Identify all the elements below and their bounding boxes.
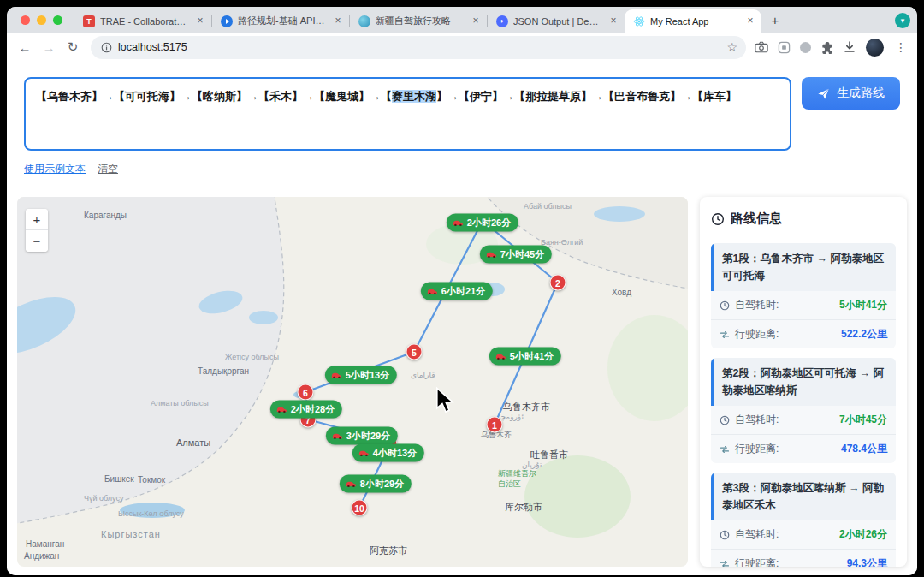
use-example-link[interactable]: 使用示例文本 xyxy=(24,162,86,176)
tab-search-chevron-button[interactable]: ▾ xyxy=(895,13,910,28)
links-row: 使用示例文本 清空 xyxy=(17,151,907,176)
duration-value: 7小时45分 xyxy=(839,413,887,427)
camera-icon[interactable] xyxy=(755,41,768,53)
close-tab-icon[interactable]: × xyxy=(332,15,344,27)
segment-distance-row: 行驶距离: 94.3公里 xyxy=(711,549,896,567)
clock-icon xyxy=(720,530,730,540)
duration-badge-label: 6小时21分 xyxy=(441,285,485,298)
main-row: Караганды Абай облысы Баян-Өлгий Ховд Же… xyxy=(17,197,907,567)
duration-badge: 7小时45分 xyxy=(480,246,552,264)
tab-label: JSON Output | DeepSeek API xyxy=(513,16,602,27)
car-icon xyxy=(453,219,464,227)
toolbar-actions: ⋮ xyxy=(755,39,909,57)
profile-avatar[interactable] xyxy=(866,39,884,57)
duration-badge: 2小时26分 xyxy=(447,214,518,232)
app-page: 【乌鲁木齐】→【可可托海】→【喀纳斯】→【禾木】→【魔鬼城】→【赛里木湖】→【伊… xyxy=(7,62,917,575)
car-icon xyxy=(346,480,357,488)
generate-route-button[interactable]: 生成路线 xyxy=(802,77,900,110)
close-tab-icon[interactable]: × xyxy=(470,15,482,27)
route-input[interactable]: 【乌鲁木齐】→【可可托海】→【喀纳斯】→【禾木】→【魔鬼城】→【赛里木湖】→【伊… xyxy=(24,77,791,151)
route-text-pre: 【乌鲁木齐】→【可可托海】→【喀纳斯】→【禾木】→【魔鬼城】→【 xyxy=(36,90,392,103)
generate-route-label: 生成路线 xyxy=(837,86,885,101)
close-tab-icon[interactable]: × xyxy=(194,15,206,27)
distance-value: 94.3公里 xyxy=(847,556,887,567)
duration-value: 5小时41分 xyxy=(839,298,887,312)
distance-label: 行驶距离: xyxy=(735,442,779,456)
car-icon xyxy=(358,449,370,457)
duration-badge-label: 4小时13分 xyxy=(373,447,417,460)
duration-badge-label: 2小时26分 xyxy=(467,217,511,229)
download-icon[interactable] xyxy=(843,40,856,54)
route-info-panel: 路线信息 第1段：乌鲁木齐市 → 阿勒泰地区可可托海 自驾耗时: 5小时41分 … xyxy=(700,197,907,567)
extensions-puzzle-icon[interactable] xyxy=(820,41,833,54)
clear-link[interactable]: 清空 xyxy=(98,162,118,176)
distance-arrows-icon xyxy=(720,559,730,568)
zoom-in-button[interactable]: + xyxy=(26,209,48,230)
clock-icon xyxy=(720,300,730,311)
duration-badge-label: 7小时45分 xyxy=(500,248,544,261)
car-icon xyxy=(332,432,343,440)
fullscreen-window-button[interactable] xyxy=(53,15,62,25)
car-icon xyxy=(486,251,497,259)
route-map[interactable]: Караганды Абай облысы Баян-Өлгий Ховд Же… xyxy=(17,197,688,567)
car-icon xyxy=(276,406,287,413)
route-text-selected: 赛里木湖 xyxy=(392,90,436,103)
distance-label: 行驶距离: xyxy=(735,327,779,342)
site-info-icon[interactable] xyxy=(101,42,112,53)
browser-window: T TRAE - Collaborate with Intel × 路径规划-基… xyxy=(7,7,917,575)
map-marker[interactable]: 2 xyxy=(550,275,566,291)
reload-icon[interactable]: ↻ xyxy=(62,36,84,58)
close-window-button[interactable] xyxy=(21,15,30,25)
distance-arrows-icon xyxy=(720,330,730,340)
forward-icon[interactable]: → xyxy=(38,36,60,58)
map-marker[interactable]: 10 xyxy=(352,500,368,516)
bookmark-star-icon[interactable]: ☆ xyxy=(726,40,737,54)
distance-value: 478.4公里 xyxy=(841,442,887,456)
new-tab-button[interactable]: + xyxy=(765,9,785,30)
duration-badge-label: 5小时41分 xyxy=(510,350,554,363)
close-tab-icon[interactable]: × xyxy=(607,15,619,27)
deepseek-favicon: ◗ xyxy=(496,15,508,27)
window-controls xyxy=(14,7,74,33)
car-icon xyxy=(427,288,438,295)
tab-label: TRAE - Collaborate with Intel xyxy=(100,16,189,27)
duration-badge: 8小时29分 xyxy=(340,475,412,493)
duration-badge: 4小时13分 xyxy=(352,444,424,462)
tab-trae[interactable]: T TRAE - Collaborate with Intel × xyxy=(74,9,211,33)
menu-kebab-icon[interactable]: ⋮ xyxy=(893,40,909,54)
back-icon[interactable]: ← xyxy=(14,36,36,58)
clock-icon xyxy=(711,212,725,226)
distance-label: 行驶距离: xyxy=(735,556,779,567)
minimize-window-button[interactable] xyxy=(37,15,46,25)
tab-travel-guide[interactable]: 新疆自驾旅行攻略 × xyxy=(350,9,487,33)
close-tab-icon[interactable]: × xyxy=(744,15,756,27)
route-segment: 第2段：阿勒泰地区可可托海 → 阿勒泰地区喀纳斯 自驾耗时: 7小时45分 行驶… xyxy=(711,358,896,463)
map-marker[interactable]: 6 xyxy=(298,384,314,401)
tab-my-react-app[interactable]: My React App × xyxy=(625,9,761,33)
car-icon xyxy=(331,372,342,379)
route-text-post: 】→【伊宁】→【那拉提草原】→【巴音布鲁克】→【库车】 xyxy=(436,90,737,103)
zoom-out-button[interactable]: − xyxy=(26,230,48,252)
tab-deepseek[interactable]: ◗ JSON Output | DeepSeek API × xyxy=(488,9,625,33)
screenshot-extension-icon[interactable] xyxy=(778,41,791,54)
segment-duration-row: 自驾耗时: 7小时45分 xyxy=(711,406,896,434)
duration-badge: 5小时13分 xyxy=(325,366,397,384)
browser-toolbar: ← → ↻ localhost:5175 ☆ ⋮ xyxy=(7,33,917,62)
duration-badge-label: 8小时29分 xyxy=(360,478,404,491)
tab-amap-docs[interactable]: 路径规划-基础 API 文档-开发 × xyxy=(212,9,349,33)
tab-label: 新疆自驾旅行攻略 xyxy=(376,15,465,27)
route-segment: 第1段：乌鲁木齐市 → 阿勒泰地区可可托海 自驾耗时: 5小时41分 行驶距离:… xyxy=(711,243,896,348)
map-zoom-control: + − xyxy=(26,209,48,252)
route-info-header: 路线信息 xyxy=(711,209,896,234)
map-marker[interactable]: 1 xyxy=(487,417,503,433)
trae-favicon: T xyxy=(83,15,95,27)
map-marker[interactable]: 5 xyxy=(406,344,423,360)
duration-badge: 5小时41分 xyxy=(489,348,561,366)
route-input-row: 【乌鲁木齐】→【可可托海】→【喀纳斯】→【禾木】→【魔鬼城】→【赛里木湖】→【伊… xyxy=(17,77,907,151)
segment-distance-row: 行驶距离: 522.2公里 xyxy=(711,319,896,348)
duration-badge-label: 5小时13分 xyxy=(346,369,389,382)
address-bar[interactable]: localhost:5175 ☆ xyxy=(91,36,746,59)
car-icon xyxy=(495,353,506,360)
extension-badge-icon[interactable] xyxy=(800,42,811,53)
distance-value: 522.2公里 xyxy=(841,327,887,342)
